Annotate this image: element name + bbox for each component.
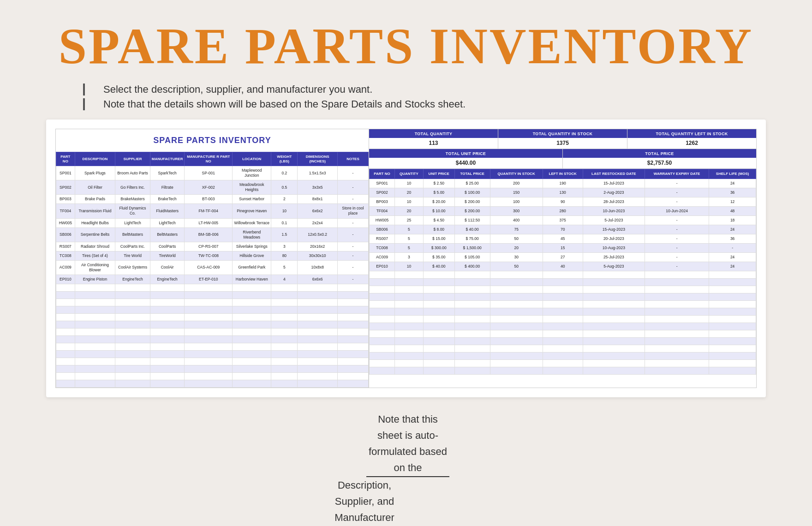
left-empty-cell (298, 321, 338, 328)
left-empty-cell (75, 321, 115, 328)
right-cell-qty: 25 (394, 215, 423, 225)
right-empty-cell (583, 316, 645, 323)
left-empty-cell (56, 328, 75, 335)
right-empty-cell (394, 286, 423, 293)
left-table-cell: BM-SB-006 (185, 227, 233, 242)
right-empty-cell (543, 308, 583, 316)
right-empty-cell (394, 338, 423, 345)
left-table-cell: 4 (271, 275, 298, 284)
left-empty-cell (150, 306, 185, 313)
right-empty-cell (423, 271, 454, 279)
left-empty-cell (271, 350, 298, 358)
right-cell-warranty: - (645, 234, 709, 243)
left-empty-cell (298, 284, 338, 291)
right-cell-unit-price: $ 8.00 (423, 225, 454, 234)
left-table-cell: SP002 (56, 180, 75, 195)
right-empty-row (370, 316, 756, 323)
right-empty-cell (454, 286, 490, 293)
left-empty-cell (271, 291, 298, 299)
right-cell-qty: 10 (394, 197, 423, 206)
right-table-row: TF00420$ 10.00$ 200.0030028010-Jun-20231… (370, 206, 756, 215)
left-empty-cell (271, 313, 298, 321)
right-empty-row (370, 271, 756, 279)
summary-col: TOTAL QUANTITY LEFT IN STOCK 1262 (627, 129, 756, 149)
right-empty-cell (394, 367, 423, 375)
right-empty-cell (583, 360, 645, 367)
left-empty-cell (337, 291, 368, 299)
right-empty-cell (645, 286, 709, 293)
left-empty-cell (233, 358, 271, 365)
left-table-cell: Silverlake Springs (233, 242, 271, 251)
left-table-cell: Pinegrove Haven (233, 204, 271, 218)
summary-value: $440.00 (369, 158, 562, 168)
right-empty-cell (454, 360, 490, 367)
right-cell-partno: AC009 (370, 252, 395, 262)
right-empty-cell (543, 301, 583, 308)
left-table-cell: EngineTech (115, 275, 150, 284)
left-empty-cell (150, 350, 185, 358)
summary-col: TOTAL QUANTITY IN STOCK 1375 (498, 129, 627, 149)
left-empty-cell (271, 306, 298, 313)
left-empty-cell (298, 343, 338, 350)
right-empty-row (370, 323, 756, 330)
right-empty-cell (454, 279, 490, 286)
left-empty-cell (185, 284, 233, 291)
right-cell-partno: SP001 (370, 179, 395, 188)
right-empty-cell (423, 301, 454, 308)
right-empty-cell (709, 301, 756, 308)
right-empty-cell (490, 271, 543, 279)
left-table-cell: Fluid Dynamics Co. (115, 204, 150, 218)
left-table-cell: - (337, 242, 368, 251)
right-cell-shelf-life: - (709, 243, 756, 252)
right-cell-left-stock: 15 (543, 243, 583, 252)
right-empty-cell (370, 330, 395, 338)
right-empty-row (370, 345, 756, 353)
right-empty-cell (543, 345, 583, 353)
right-cell-qty-stock: 50 (490, 234, 543, 243)
left-col-header: WEIGHT (lbs) (271, 152, 298, 166)
left-empty-cell (298, 335, 338, 343)
left-empty-cell (150, 365, 185, 372)
left-empty-cell (56, 299, 75, 306)
left-empty-cell (233, 380, 271, 387)
right-table-row: SB0065$ 8.00$ 40.00757015-Aug-2023-24 (370, 225, 756, 234)
right-cell-left-stock: 130 (543, 188, 583, 197)
left-table-cell: Maplewood Junction (233, 166, 271, 180)
left-table-cell: SP001 (56, 166, 75, 180)
right-cell-unit-price: $ 2.50 (423, 179, 454, 188)
right-cell-unit-price: $ 20.00 (423, 197, 454, 206)
right-table-row: AC0093$ 35.00$ 105.00302725-Jul-2023-24 (370, 252, 756, 262)
left-table-cell: 3x3x5 (298, 180, 338, 195)
right-cell-left-stock: 40 (543, 262, 583, 271)
left-empty-cell (337, 365, 368, 372)
left-empty-cell (150, 358, 185, 365)
right-cell-last-restocked: 10-Aug-2023 (583, 243, 645, 252)
right-cell-left-stock: 27 (543, 252, 583, 262)
left-empty-cell (337, 335, 368, 343)
left-empty-cell (337, 284, 368, 291)
left-table-cell: TC008 (56, 251, 75, 260)
left-table-cell: BrakeMasters (115, 195, 150, 204)
right-empty-cell (543, 353, 583, 360)
left-empty-cell (150, 291, 185, 299)
right-cell-last-restocked: 5-Aug-2023 (583, 262, 645, 271)
left-empty-cell (75, 350, 115, 358)
right-cell-last-restocked: 2-Aug-2023 (583, 188, 645, 197)
right-cell-qty: 5 (394, 243, 423, 252)
right-empty-cell (454, 308, 490, 316)
left-table-cell: CoolParts Inc. (115, 242, 150, 251)
footer-line1: Note that this sheet is auto-formulated … (366, 411, 449, 477)
right-col-header: QUANTITY (394, 169, 423, 179)
left-empty-cell (233, 335, 271, 343)
right-empty-cell (709, 293, 756, 301)
left-table-row: HW005Headlight BulbsLightTechLightTechLT… (56, 218, 369, 227)
right-empty-cell (709, 286, 756, 293)
left-empty-cell (337, 350, 368, 358)
right-empty-cell (394, 301, 423, 308)
right-empty-cell (394, 279, 423, 286)
right-cell-total-price: $ 105.00 (454, 252, 490, 262)
right-cell-unit-price: $ 4.50 (423, 215, 454, 225)
left-table-cell: - (337, 251, 368, 260)
left-empty-cell (337, 299, 368, 306)
right-empty-cell (490, 345, 543, 353)
